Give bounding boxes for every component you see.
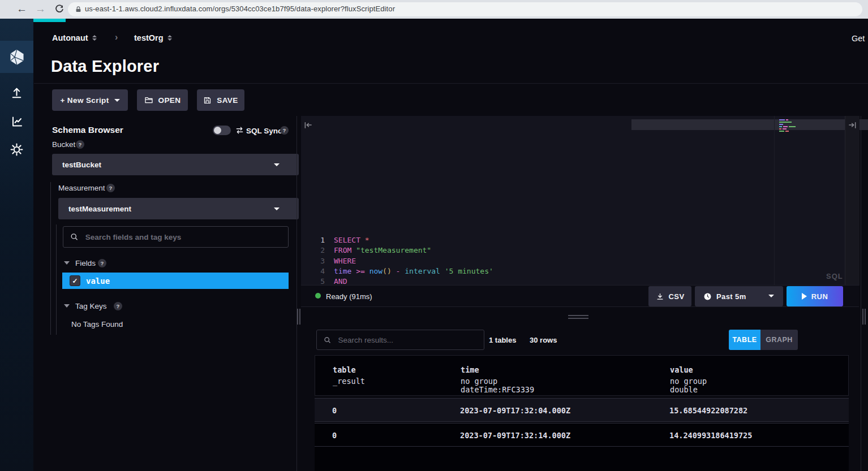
csv-label: CSV: [669, 292, 685, 301]
column-meta: double: [670, 385, 698, 394]
download-icon: [656, 292, 664, 301]
code-text: WHERE: [334, 256, 356, 266]
minimap-line: [779, 124, 783, 125]
open-label: OPEN: [158, 96, 181, 105]
line-number: 4: [310, 266, 325, 276]
column-meta: _result: [333, 377, 365, 386]
code-line[interactable]: 4time >= now() - interval '5 minutes': [0, 266, 558, 276]
table-cell: 2023-07-09T17:32:04.000Z: [460, 406, 570, 415]
query-status-text: Ready (91ms): [326, 292, 372, 301]
code-line[interactable]: 2FROM "testMeasurement": [0, 245, 558, 256]
new-script-button[interactable]: + New Script: [52, 89, 128, 111]
browser-back-icon[interactable]: ←: [16, 2, 27, 16]
table-row[interactable]: 02023-07-09T17:32:14.000Z14.240993186419…: [315, 423, 849, 447]
table-cell: 14.240993186419725: [669, 431, 752, 440]
editor-right-rail: [845, 116, 860, 286]
chevron-down-icon: [768, 295, 774, 297]
table-cell: 0: [332, 406, 337, 415]
tables-count: 1 tables: [489, 336, 516, 344]
sql-editor[interactable]: 1SELECT *2FROM "testMeasurement"3WHERE4t…: [301, 116, 859, 286]
clock-icon: [703, 292, 712, 301]
code-text: SELECT *: [334, 235, 369, 245]
open-button[interactable]: OPEN: [137, 89, 188, 111]
time-range-label: Past 5m: [716, 292, 746, 301]
play-icon: [802, 293, 807, 300]
rows-count: 30 rows: [530, 336, 557, 344]
floppy-icon: [203, 96, 212, 105]
new-script-label: + New Script: [60, 96, 109, 105]
breadcrumb-project[interactable]: testOrg: [134, 33, 164, 42]
table-cell: 0: [332, 431, 337, 440]
right-splitter-handle[interactable]: [862, 309, 867, 325]
folder-icon: [144, 96, 153, 105]
collapse-right-icon[interactable]: [848, 121, 857, 129]
project-switcher-icon[interactable]: [167, 35, 172, 41]
no-tags-found-text: No Tags Found: [71, 320, 123, 329]
org-switcher-icon[interactable]: [92, 35, 97, 41]
table-cell: 15.68544922087282: [669, 406, 747, 415]
page-title: Data Explorer: [51, 57, 159, 76]
query-status-bar: Ready (91ms) CSV Past 5m RUN: [301, 285, 859, 307]
tag-keys-help-icon[interactable]: ?: [114, 302, 122, 310]
breadcrumb-org[interactable]: Autonaut: [52, 33, 88, 42]
column-meta: no group: [670, 377, 707, 386]
influxdb-logo[interactable]: [0, 41, 33, 73]
lock-icon: [75, 6, 82, 13]
save-label: SAVE: [217, 96, 238, 105]
results-table-footer-space: [315, 447, 849, 471]
minimap-line: [779, 126, 796, 127]
line-number: 3: [310, 256, 325, 266]
column-header-table: table: [333, 365, 356, 374]
tag-keys-label: Tag Keys: [75, 302, 107, 310]
tag-keys-expand-icon[interactable]: [64, 304, 70, 308]
line-number: 2: [310, 245, 325, 256]
active-line-highlight: [631, 119, 868, 130]
url-text[interactable]: us-east-1-1.aws.cloud2.influxdata.com/or…: [85, 5, 395, 13]
code-text: time >= now() - interval '5 minutes': [334, 266, 493, 276]
results-search[interactable]: [316, 330, 484, 350]
language-badge: SQL: [826, 272, 843, 280]
minimap-line: [779, 131, 789, 132]
search-icon: [324, 336, 331, 344]
topnav-right-text[interactable]: Get: [852, 34, 865, 43]
minimap-line: [779, 119, 788, 120]
minimap-line: [779, 122, 792, 123]
column-header-time: time: [461, 365, 479, 374]
table-row[interactable]: 02023-07-09T17:32:04.000Z15.685449220872…: [315, 398, 849, 422]
right-splitter[interactable]: [861, 116, 861, 471]
left-splitter-handle[interactable]: [297, 309, 302, 325]
code-line[interactable]: 1SELECT *: [0, 235, 558, 245]
results-table: table_resulttimeno groupdateTime:RFC3339…: [315, 355, 849, 471]
run-button[interactable]: RUN: [787, 286, 843, 306]
chevron-down-icon: [114, 99, 120, 102]
browser-forward-icon[interactable]: →: [35, 2, 46, 16]
code-text: FROM "testMeasurement": [334, 245, 431, 256]
column-meta: no group: [461, 377, 497, 386]
time-range-dropdown[interactable]: Past 5m: [695, 286, 783, 306]
results-table-header: table_resulttimeno groupdateTime:RFC3339…: [315, 355, 849, 396]
tab-graph[interactable]: GRAPH: [760, 330, 798, 350]
browser-chrome: ← → us-east-1-1.aws.cloud2.influxdata.co…: [0, 0, 868, 19]
column-meta: dateTime:RFC3339: [461, 385, 534, 394]
code-line[interactable]: 3WHERE: [0, 256, 558, 266]
minimap-line: [779, 128, 787, 129]
csv-button[interactable]: CSV: [648, 286, 691, 306]
help-icon[interactable]: ?: [0, 469, 33, 471]
results-search-input[interactable]: [337, 335, 477, 345]
horizontal-splitter-handle[interactable]: [568, 315, 588, 319]
table-cell: 2023-07-09T17:32:14.000Z: [460, 431, 570, 440]
run-label: RUN: [811, 292, 828, 301]
column-header-value: value: [670, 365, 693, 374]
upload-icon[interactable]: [0, 84, 33, 101]
title-divider: [34, 83, 868, 84]
save-button[interactable]: SAVE: [197, 89, 244, 111]
status-dot: [315, 293, 321, 299]
browser-refresh-icon[interactable]: [54, 4, 65, 14]
tab-table[interactable]: TABLE: [729, 330, 760, 350]
minimap-divider: [774, 116, 775, 286]
line-number: 1: [310, 235, 325, 245]
breadcrumb-separator: ›: [115, 32, 118, 42]
